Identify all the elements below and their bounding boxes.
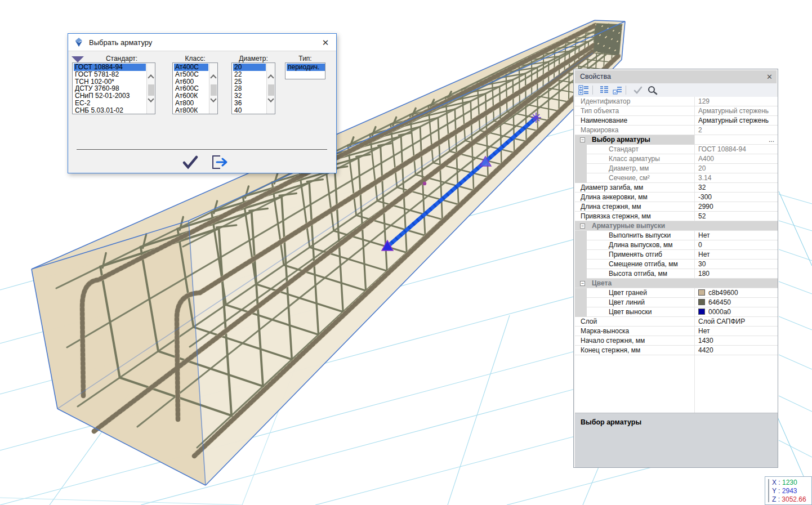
property-value[interactable]: Арматурный стержень	[694, 106, 778, 116]
standards-dropdown-icon[interactable]	[72, 56, 84, 62]
property-value[interactable]: 4420	[694, 346, 778, 355]
property-value[interactable]: Слой САПФИР	[694, 317, 778, 327]
property-value[interactable]: А400	[694, 154, 778, 164]
list-item[interactable]: ГОСТ 10884-94	[74, 64, 146, 71]
property-row[interactable]: Идентификатор129	[575, 97, 778, 106]
color-swatch[interactable]	[698, 299, 705, 305]
scroll-thumb[interactable]	[268, 84, 274, 96]
scroll-thumb[interactable]	[211, 84, 217, 96]
property-value[interactable]: 0	[694, 240, 778, 250]
collapse-icon[interactable]: −	[580, 224, 585, 229]
property-value[interactable]: 20	[694, 164, 778, 173]
list-item[interactable]: Ат400С	[174, 64, 208, 71]
properties-panel-titlebar[interactable]: Свойства ✕	[575, 70, 777, 83]
scroll-thumb[interactable]	[148, 84, 154, 96]
property-row[interactable]: Выполнить выпускиНет	[575, 231, 778, 240]
color-swatch[interactable]	[698, 289, 705, 296]
property-row[interactable]: Класс арматурыА400	[575, 154, 778, 164]
list-item[interactable]: ЕС-2	[74, 100, 146, 107]
list-item[interactable]: периодич.	[287, 64, 325, 71]
property-row[interactable]: −Выбор арматуры...	[575, 135, 778, 145]
property-label: Диаметр загиба, мм	[581, 183, 643, 192]
property-row[interactable]: Сечение, см²3.14	[575, 173, 778, 183]
scrollbar[interactable]	[266, 63, 275, 114]
scroll-up-icon[interactable]	[210, 74, 216, 81]
property-value[interactable]: 30	[694, 260, 778, 269]
property-row[interactable]: Маркировка2	[575, 126, 778, 135]
list-item[interactable]	[287, 71, 325, 78]
list-item[interactable]: 22	[233, 71, 266, 78]
property-value[interactable]: -300	[694, 193, 778, 202]
property-value[interactable]: Нет	[694, 327, 778, 336]
property-row[interactable]: СтандартГОСТ 10884-94	[575, 145, 778, 154]
property-value[interactable]: ...	[694, 135, 778, 145]
list-item[interactable]: Ат800К	[174, 107, 208, 114]
list-item[interactable]: ГОСТ 5781-82	[74, 71, 146, 78]
list-item[interactable]: 36	[233, 100, 266, 107]
property-row[interactable]: Конец стержня, мм4420	[575, 346, 778, 355]
property-row[interactable]: Смещение отгиба, мм30	[575, 260, 778, 269]
property-row[interactable]: Привязка стержня, мм52	[575, 212, 778, 221]
collapse-icon[interactable]: −	[580, 137, 585, 142]
property-row[interactable]: −Цвета	[575, 279, 778, 288]
property-value[interactable]: Арматурный стержень	[694, 116, 778, 126]
property-row[interactable]: Применять отгибНет	[575, 250, 778, 260]
property-row[interactable]: Марка-выноскаНет	[575, 327, 778, 336]
property-row[interactable]: −Арматурные выпуски	[575, 221, 778, 231]
property-row[interactable]: Цвет гранейc8b49600	[575, 288, 778, 298]
property-row[interactable]: Диаметр загиба, мм32	[575, 183, 778, 193]
list-item[interactable]: 20	[233, 64, 266, 71]
property-row[interactable]: Начало стержня, мм1430	[575, 336, 778, 346]
property-row[interactable]: Цвет выноски0000a0	[575, 307, 778, 317]
confirm-button[interactable]	[181, 154, 200, 170]
property-value[interactable]: 52	[694, 212, 778, 221]
scroll-down-icon[interactable]	[267, 96, 274, 102]
close-icon[interactable]: ✕	[766, 70, 773, 83]
scroll-up-icon[interactable]	[267, 74, 274, 81]
search-icon[interactable]	[647, 85, 658, 95]
property-value[interactable]: 646450	[694, 298, 778, 307]
apply-check-icon[interactable]	[632, 85, 644, 95]
list-check-icon[interactable]	[613, 85, 623, 95]
property-value[interactable]: 129	[694, 97, 778, 106]
property-row[interactable]: СлойСлой САПФИР	[575, 317, 778, 327]
list-column-label: Тип:	[285, 55, 325, 62]
property-value[interactable]: 3.14	[694, 173, 778, 183]
list-item[interactable]: Ат800	[174, 100, 208, 107]
property-value[interactable]: 2	[694, 126, 778, 135]
property-row[interactable]: Цвет линий646450	[575, 298, 778, 307]
expand-tree-icon[interactable]	[578, 85, 590, 95]
property-row[interactable]: Диаметр, мм20	[575, 164, 778, 173]
property-row[interactable]: Длина стержня, мм2990	[575, 202, 778, 212]
list-item[interactable]: 40	[233, 107, 266, 114]
property-row[interactable]: Тип объектаАрматурный стержень	[575, 106, 778, 116]
exit-button[interactable]	[210, 154, 229, 170]
color-swatch[interactable]	[698, 309, 705, 315]
list-item[interactable]: СНБ 5.03.01-02	[74, 107, 146, 114]
property-row[interactable]: Высота отгиба, мм180	[575, 269, 778, 279]
scroll-up-icon[interactable]	[148, 74, 154, 81]
property-value[interactable]: 2990	[694, 202, 778, 212]
property-value[interactable]: Нет	[694, 231, 778, 240]
property-value[interactable]: 180	[694, 269, 778, 279]
dialog-separator	[77, 149, 327, 150]
property-row[interactable]: НаименованиеАрматурный стержень	[575, 116, 778, 126]
close-icon[interactable]: ✕	[319, 37, 332, 49]
collapse-icon[interactable]: −	[580, 281, 585, 286]
list-item[interactable]: Ат500С	[174, 71, 208, 78]
property-value[interactable]: 0000a0	[694, 307, 778, 317]
property-value[interactable]: ГОСТ 10884-94	[694, 145, 778, 154]
scrollbar[interactable]	[209, 63, 217, 114]
dialog-titlebar[interactable]: Выбрать арматуру ✕	[68, 34, 336, 51]
scrollbar[interactable]	[146, 63, 155, 114]
property-value[interactable]: Нет	[694, 250, 778, 260]
scroll-down-icon[interactable]	[210, 96, 216, 102]
browse-button[interactable]: ...	[769, 135, 774, 144]
property-value[interactable]: 1430	[694, 336, 778, 346]
scroll-down-icon[interactable]	[148, 96, 154, 102]
property-value[interactable]: c8b49600	[694, 288, 778, 298]
property-row[interactable]: Длина анкеровки, мм-300	[575, 193, 778, 202]
property-row[interactable]: Длина выпусков, мм0	[575, 240, 778, 250]
list-icon[interactable]	[599, 85, 609, 95]
property-value[interactable]: 32	[694, 183, 778, 193]
